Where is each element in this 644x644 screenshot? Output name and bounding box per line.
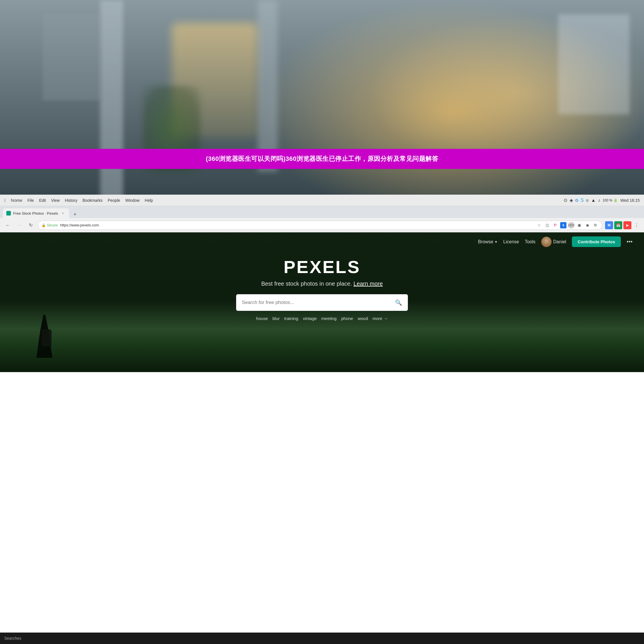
user-avatar bbox=[541, 237, 552, 247]
new-tab-button[interactable]: + bbox=[71, 211, 79, 218]
dropbox-icon: ◈ bbox=[570, 197, 573, 203]
battery-icon: 100 % 🔋 bbox=[602, 198, 617, 202]
ext-icon-2[interactable]: ▣ bbox=[576, 222, 582, 228]
browse-chevron-icon: ▼ bbox=[494, 240, 497, 244]
menu-bookmarks[interactable]: Bookmarks bbox=[82, 198, 102, 203]
pinterest-icon[interactable]: P bbox=[552, 222, 558, 228]
menu-history[interactable]: History bbox=[65, 198, 78, 203]
nav-username: Daniel bbox=[553, 239, 566, 244]
learn-more-link[interactable]: Learn more bbox=[353, 280, 383, 287]
tag-meeting[interactable]: meeting bbox=[321, 316, 337, 321]
bottom-bar: Searches bbox=[0, 633, 644, 644]
backpack-silhouette bbox=[42, 329, 52, 346]
monitor-screen:  hrome File Edit View History Bookmarks… bbox=[0, 195, 644, 372]
reader-icon[interactable]: ◫ bbox=[544, 222, 550, 228]
ext-icon-3[interactable]: ◉ bbox=[584, 222, 590, 228]
hero-subtitle: Best free stock photos in one place. Lea… bbox=[261, 280, 383, 287]
toolbar-icon-3[interactable]: ▶ bbox=[623, 221, 631, 229]
search-bar[interactable]: 🔍 bbox=[236, 294, 408, 311]
tag-wood[interactable]: wood bbox=[358, 316, 368, 321]
volume-icon: ♪ bbox=[598, 198, 600, 203]
address-field[interactable]: 🔒 Secure https://www.pexels.com ☆ ◫ P 9 … bbox=[38, 221, 602, 230]
system-icons: ⊙ ◈ G S ⌾ ▲ ♪ 100 % 🔋 bbox=[564, 197, 618, 203]
address-icons: ☆ ◫ P 9 OFF ▣ ◉ ⚙ bbox=[536, 222, 598, 228]
ext-icon-4[interactable]: ⚙ bbox=[592, 222, 598, 228]
search-icon: 🔍 bbox=[395, 299, 402, 306]
nav-user-area[interactable]: Daniel bbox=[541, 237, 566, 247]
toolbar-icon-1[interactable]: M bbox=[605, 221, 613, 229]
tag-phone[interactable]: phone bbox=[341, 316, 353, 321]
search-tags: house blur training vintage meeting phon… bbox=[256, 316, 388, 321]
macos-menubar:  hrome File Edit View History Bookmarks… bbox=[0, 195, 644, 206]
reload-button[interactable]: ↻ bbox=[26, 221, 35, 230]
hero-title: PEXELS bbox=[284, 257, 361, 277]
secure-text: Secure bbox=[47, 223, 58, 227]
tag-training[interactable]: training bbox=[284, 316, 298, 321]
office-column-right bbox=[258, 0, 278, 172]
active-tab[interactable]: Free Stock Photos · Pexels × bbox=[3, 208, 69, 218]
hero-subtitle-text: Best free stock photos in one place. bbox=[261, 280, 352, 287]
pexels-website: Browse ▼ License Tools Daniel Contribute… bbox=[0, 232, 644, 372]
signal-icon: ▲ bbox=[591, 198, 596, 203]
office-window-left bbox=[43, 14, 100, 100]
search-input[interactable] bbox=[242, 300, 392, 305]
menu-window[interactable]: Window bbox=[125, 198, 140, 203]
bottom-bar-label: Searches bbox=[4, 636, 21, 641]
g-icon: G bbox=[575, 198, 578, 203]
secure-badge: 🔒 Secure bbox=[42, 223, 58, 227]
tab-close-button[interactable]: × bbox=[60, 211, 66, 216]
browser-container:  hrome File Edit View History Bookmarks… bbox=[0, 195, 644, 372]
pexels-navbar: Browse ▼ License Tools Daniel Contribute… bbox=[0, 232, 644, 251]
menu-file[interactable]: File bbox=[27, 198, 34, 203]
toolbar-right-icons: M 📅 ▶ ⋮ bbox=[605, 221, 641, 229]
tag-blur[interactable]: blur bbox=[272, 316, 280, 321]
wifi-icon: ⊙ bbox=[564, 197, 567, 203]
clock: Wed 16:15 bbox=[621, 198, 640, 203]
menu-chrome[interactable]: hrome bbox=[11, 198, 22, 203]
menu-view[interactable]: View bbox=[51, 198, 60, 203]
tab-favicon bbox=[6, 211, 11, 216]
menu-apple[interactable]:  bbox=[4, 198, 6, 203]
notification-text: (360浏览器医生可以关闭吗)360浏览器医生已停止工作，原因分析及常见问题解答 bbox=[206, 155, 438, 163]
avatar-image bbox=[541, 237, 552, 247]
back-button[interactable]: ← bbox=[3, 221, 12, 230]
nav-more-icon[interactable]: ••• bbox=[627, 238, 633, 245]
lock-icon: 🔒 bbox=[42, 223, 46, 227]
nav-license[interactable]: License bbox=[503, 239, 519, 244]
browser-tabs-bar: Free Stock Photos · Pexels × + bbox=[0, 206, 644, 218]
ext-icon-1[interactable]: 9 bbox=[560, 222, 566, 228]
tab-label: Free Stock Photos · Pexels bbox=[13, 211, 58, 216]
office-column-left bbox=[100, 0, 123, 200]
tag-more[interactable]: more → bbox=[373, 316, 388, 321]
tag-vintage[interactable]: vintage bbox=[303, 316, 317, 321]
skype-icon: S bbox=[581, 198, 584, 203]
ext-icon-off[interactable]: OFF bbox=[568, 222, 574, 228]
nav-browse[interactable]: Browse ▼ bbox=[478, 239, 497, 244]
menubar-right: ⊙ ◈ G S ⌾ ▲ ♪ 100 % 🔋 Wed 16:15 bbox=[564, 197, 640, 203]
url-text: https://www.pexels.com bbox=[60, 223, 534, 227]
pexels-hero-content: PEXELS Best free stock photos in one pla… bbox=[0, 251, 644, 327]
photo-background: (360浏览器医生可以关闭吗)360浏览器医生已停止工作，原因分析及常见问题解答… bbox=[0, 0, 644, 372]
contribute-photos-button[interactable]: Contribute Photos bbox=[572, 236, 621, 247]
menu-people[interactable]: People bbox=[108, 198, 120, 203]
toolbar-icon-2[interactable]: 📅 bbox=[614, 221, 622, 229]
office-window-right bbox=[558, 14, 630, 114]
toolbar-icon-more[interactable]: ⋮ bbox=[633, 221, 641, 229]
nav-browse-label: Browse bbox=[478, 239, 493, 244]
address-bar: ← → ↻ 🔒 Secure https://www.pexels.com ☆ … bbox=[0, 218, 644, 232]
wifi2-icon: ⌾ bbox=[586, 198, 589, 203]
tag-house[interactable]: house bbox=[256, 316, 268, 321]
notification-bar: (360浏览器医生可以关闭吗)360浏览器医生已停止工作，原因分析及常见问题解答 bbox=[0, 149, 644, 169]
menu-help[interactable]: Help bbox=[145, 198, 153, 203]
menu-edit[interactable]: Edit bbox=[39, 198, 46, 203]
forward-button[interactable]: → bbox=[15, 221, 23, 230]
bookmark-star-icon[interactable]: ☆ bbox=[536, 222, 542, 228]
nav-tools[interactable]: Tools bbox=[525, 239, 535, 244]
